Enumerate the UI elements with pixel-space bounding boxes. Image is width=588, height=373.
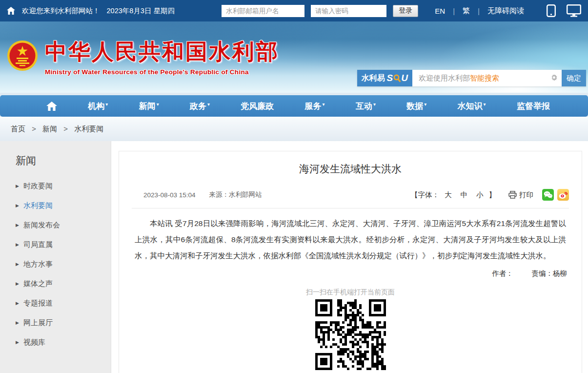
article-meta-row: 2023-08-03 15:04 来源：水利部网站 【字体： 大 中 小 】 打… [132,189,569,201]
sidebar-item-difang[interactable]: ▶地方水事 [16,254,111,274]
triangle-icon: ▶ [16,281,19,286]
login-button[interactable]: 登录 [393,5,418,17]
triangle-icon: ▶ [16,242,19,247]
triangle-icon: ▶ [16,340,19,345]
main-nav: 机构 新闻 政务 党风廉政 服务 互动 数据 水知识 监督举报 [0,95,588,117]
nav-home[interactable] [46,102,57,111]
triangle-icon: ▶ [16,320,19,325]
triangle-icon: ▶ [16,203,19,208]
nav-item-fuwu[interactable]: 服务 [305,101,325,112]
triangle-icon: ▶ [16,262,19,267]
meta-divider [132,208,569,208]
search-input[interactable] [412,70,562,86]
welcome-text: 欢迎您来到水利部网站！ [22,6,100,16]
article-box: 海河发生流域性大洪水 2023-08-03 15:04 来源：水利部网站 【字体… [119,151,582,373]
qr-code [315,299,386,370]
search-brand-s: S [387,73,393,83]
font-size-control: 【字体： 大 中 小 】 [411,190,496,200]
article-body: 本站讯 受7月28日以来强降雨影响，海河流域北三河、永定河、大清河、子牙河、漳卫… [135,215,566,264]
lang-en-link[interactable]: EN [435,7,445,15]
qr-caption: 扫一扫在手机端打开当前页面 [132,288,569,297]
article-source: 来源：水利部网站 [209,190,262,199]
search-brand-u: U [401,73,408,83]
mobile-version-icon[interactable] [547,4,556,17]
sidebar-item-fabuhui[interactable]: ▶新闻发布会 [16,215,111,235]
author-label: 作者： [492,269,513,277]
search-submit-button[interactable]: 确定 [562,70,586,86]
site-subtitle: Ministry of Water Resources of the Peopl… [45,68,279,76]
sidebar-title: 新闻 [16,154,111,167]
sidebar-item-shuili-active[interactable]: ▶水利要闻 [16,196,111,215]
editor-label: 责编：杨柳 [532,269,568,277]
fontsize-medium[interactable]: 中 [460,191,467,199]
lang-traditional-link[interactable]: 繁 [463,6,470,16]
qr-section: 扫一扫在手机端打开当前页面 [132,288,569,372]
print-button[interactable]: 打印 [508,190,533,200]
triangle-icon: ▶ [16,184,19,188]
sidebar-item-zhuanti[interactable]: ▶专题报道 [16,293,111,313]
nav-item-zhengwu[interactable]: 政务 [190,101,210,112]
magnifier-icon [393,74,401,82]
topbar-date: 2023年8月3日 星期四 [107,6,175,16]
sidebar: 新闻 ▶时政要闻 ▶水利要闻 ▶新闻发布会 ▶司局直属 ▶地方水事 ▶媒体之声 … [0,141,111,373]
sidebar-item-wangshang[interactable]: ▶网上展厅 [16,313,111,332]
mail-username-input[interactable] [222,5,304,17]
search-brand-label: 水利易 S U [357,70,412,86]
article-title: 海河发生流域性大洪水 [132,162,569,176]
accessibility-link[interactable]: 无障碍阅读 [487,6,524,16]
breadcrumb-current: 水利要闻 [74,124,103,133]
top-utility-bar: 欢迎您来到水利部网站！ 2023年8月3日 星期四 登录 EN | 繁 | 无障… [0,0,588,21]
fontsize-open: 【字体： [411,191,439,199]
breadcrumb: 首页 > 新闻 > 水利要闻 [0,117,588,141]
article-date: 2023-08-03 15:04 [143,191,196,199]
breadcrumb-news[interactable]: 新闻 [42,124,57,133]
search-bar: 水利易 S U 欢迎使用水利部智能搜索 确定 [357,70,586,86]
nav-item-jigou[interactable]: 机构 [88,101,108,112]
gear-icon[interactable] [550,74,558,82]
nav-item-hudong[interactable]: 互动 [356,101,376,112]
main-nav-wrap: 机构 新闻 政务 党风廉政 服务 互动 数据 水知识 监督举报 [0,93,588,117]
sidebar-item-shipin[interactable]: ▶视频库 [16,332,111,352]
breadcrumb-home[interactable]: 首页 [11,124,25,133]
nav-item-shuizhishi[interactable]: 水知识 [458,101,486,112]
breadcrumb-separator: > [32,124,36,133]
wechat-share-icon[interactable] [542,189,554,201]
sidebar-item-meiti[interactable]: ▶媒体之声 [16,274,111,293]
national-emblem-icon [7,40,38,71]
weibo-share-icon[interactable] [557,189,569,201]
sidebar-item-shizheng[interactable]: ▶时政要闻 [16,176,111,196]
triangle-icon: ▶ [16,301,19,306]
main-panel: 海河发生流域性大洪水 2023-08-03 15:04 来源：水利部网站 【字体… [111,141,588,373]
topbar-separator: | [478,7,480,15]
fontsize-close: 】 [489,191,496,199]
fontsize-large[interactable]: 大 [445,191,452,199]
breadcrumb-separator: > [63,124,68,133]
home-icon[interactable] [7,7,15,15]
mail-password-input[interactable] [311,5,386,17]
triangle-icon: ▶ [16,223,19,228]
byline: 作者： 责编：杨柳 [132,269,569,278]
search-brand-prefix: 水利易 [362,73,385,83]
nav-item-dangfeng[interactable]: 党风廉政 [241,101,274,112]
site-title: 中华人民共和国水利部 [45,37,279,66]
nav-home-icon [46,102,57,111]
desktop-version-icon[interactable] [567,4,581,17]
header-banner: 中华人民共和国水利部 Ministry of Water Resources o… [0,21,588,93]
nav-item-jiandu[interactable]: 监督举报 [517,101,550,112]
nav-item-xinwen[interactable]: 新闻 [139,101,159,112]
topbar-separator: | [453,7,455,15]
nav-item-shuju[interactable]: 数据 [406,101,426,112]
printer-icon [508,191,517,199]
sidebar-item-siju[interactable]: ▶司局直属 [16,235,111,254]
fontsize-small[interactable]: 小 [476,191,484,199]
